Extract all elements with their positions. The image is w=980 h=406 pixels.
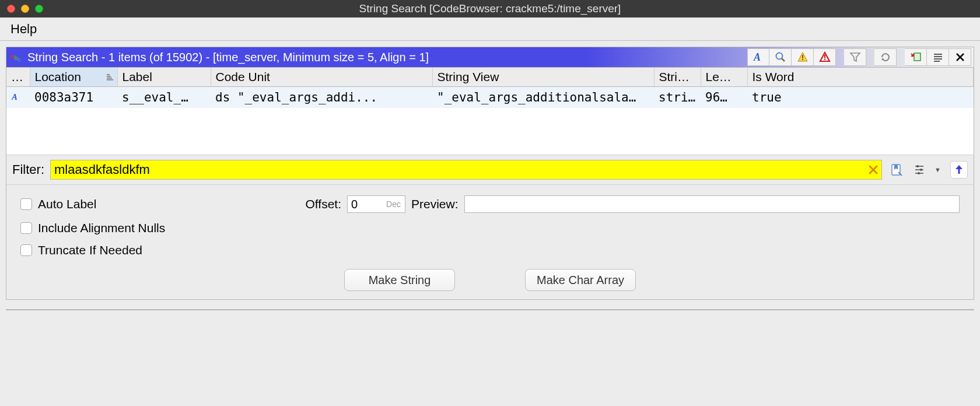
auto-label-text: Auto Label [38,197,96,211]
svg-text:c: c [18,56,21,63]
make-string-button[interactable]: Make String [344,269,455,291]
titlebar[interactable]: String Search [CodeBrowser: crackme5:/ti… [0,0,980,18]
results-table: … Location Label Code Unit String View S… [6,67,974,155]
preview-label: Preview: [411,197,459,211]
table-row[interactable]: A 0083a371 s__eval_… ds "_eval_args_addi… [6,87,974,108]
close-panel-icon[interactable] [949,48,971,66]
table-empty-area[interactable] [6,108,974,155]
filter-history-icon[interactable] [888,161,905,178]
make-string-label: Make String [369,274,431,287]
filter-label: Filter: [12,162,44,177]
warning-filled-icon[interactable] [814,48,836,66]
svg-point-32 [916,165,919,167]
svg-rect-22 [107,74,110,75]
row-defined-icon: A [6,87,30,108]
panel-toolbar: A [747,48,971,66]
svg-rect-7 [802,55,803,58]
checkbox-icon [20,222,32,234]
include-alignment-nulls-checkbox[interactable]: Include Alignment Nulls [20,221,265,235]
row-label: s__eval_… [117,87,211,108]
table-header-row: … Location Label Code Unit String View S… [6,68,974,87]
abc-strings-icon: a b c [10,51,23,63]
row-location: 0083a371 [30,87,117,108]
row-length: 96… [701,87,747,108]
checkbox-icon [20,244,32,256]
sort-asc-icon [106,70,114,84]
refresh-icon[interactable] [874,48,897,66]
navigate-up-icon[interactable] [950,161,968,178]
offset-row: Offset: Dec [271,195,405,213]
content-frame: a b c String Search - 1 items (of 15902)… [0,41,980,406]
action-button-row: Make String Make Char Array [20,269,960,291]
status-bar [6,309,974,332]
svg-text:A: A [753,51,761,63]
svg-line-5 [782,58,785,61]
options-panel: Auto Label Offset: Dec Preview: Include … [6,184,974,299]
svg-marker-13 [881,58,884,60]
magnifier-icon[interactable] [769,48,792,66]
svg-rect-11 [824,59,825,60]
warning-outline-icon[interactable] [792,48,814,66]
col-location-label: Location [35,70,81,83]
svg-marker-38 [956,165,963,169]
clear-filter-icon[interactable] [868,164,878,175]
toggle-font-a-icon[interactable]: A [747,48,769,66]
truncate-if-needed-checkbox[interactable]: Truncate If Needed [20,243,265,257]
filter-input-wrap [50,160,882,180]
filter-input[interactable] [50,160,882,180]
make-char-array-button[interactable]: Make Char Array [525,269,636,291]
row-is-word: true [747,87,974,108]
preview-field [464,195,960,213]
svg-point-34 [920,169,922,171]
row-code-unit: ds "_eval_args_addi... [211,87,432,108]
traffic-lights [7,5,43,13]
svg-text:A: A [11,92,18,102]
col-code-unit[interactable]: Code Unit [211,68,432,87]
svg-rect-14 [914,53,921,61]
svg-rect-24 [107,78,112,79]
row-string-type: stri… [654,87,701,108]
col-string-type[interactable]: Stri… [654,68,701,87]
auto-label-checkbox[interactable]: Auto Label [20,195,265,213]
svg-marker-12 [850,53,860,61]
ghidra-string-search-window: String Search [CodeBrowser: crackme5:/ti… [0,0,980,406]
include-nulls-text: Include Alignment Nulls [38,221,165,235]
menubar: Help [0,18,980,41]
lines-icon[interactable] [927,48,949,66]
close-window-button[interactable] [7,5,15,13]
svg-rect-23 [107,76,111,77]
truncate-text: Truncate If Needed [38,243,142,257]
inner-panel: a b c String Search - 1 items (of 15902)… [6,47,974,300]
svg-rect-10 [824,55,825,58]
zoom-window-button[interactable] [35,5,43,13]
panel-header: a b c String Search - 1 items (of 15902)… [6,47,974,67]
checkbox-icon [20,198,32,210]
col-location[interactable]: Location [30,68,117,87]
preview-row: Preview: [411,195,960,213]
selection-icon[interactable] [905,48,927,66]
row-string-view: "_eval_args_additionalsala… [432,87,654,108]
col-is-word[interactable]: Is Word [747,68,974,87]
svg-text:a: a [10,52,14,60]
svg-rect-25 [107,79,113,80]
svg-point-36 [918,172,920,174]
svg-point-4 [776,53,782,60]
col-length[interactable]: Le… [701,68,747,87]
svg-rect-8 [802,59,803,60]
panel-title: String Search - 1 items (of 15902) - [ti… [27,51,429,64]
offset-label: Offset: [306,197,341,211]
filter-row: Filter: ▼ [6,155,974,184]
col-defined-icon[interactable]: … [6,68,30,87]
col-label[interactable]: Label [117,68,211,87]
filter-options-icon[interactable] [911,161,929,178]
filter-funnel-icon[interactable] [844,48,866,66]
help-menu[interactable]: Help [7,19,40,39]
offset-mode-label[interactable]: Dec [386,200,401,209]
minimize-window-button[interactable] [21,5,29,13]
filter-options-chevron-icon[interactable]: ▼ [935,166,941,173]
col-string-view[interactable]: String View [432,68,654,87]
make-char-array-label: Make Char Array [537,274,624,287]
window-title: String Search [CodeBrowser: crackme5:/ti… [0,2,980,15]
